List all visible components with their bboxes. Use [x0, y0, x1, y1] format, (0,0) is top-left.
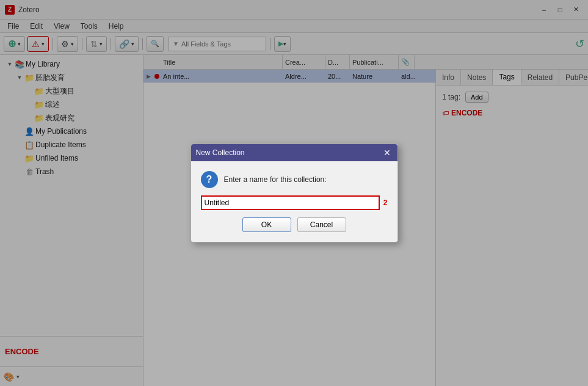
- modal-ok-button[interactable]: OK: [242, 217, 291, 232]
- modal-body: ? Enter a name for this collection: 2 OK…: [191, 161, 397, 242]
- modal-title: New Collection: [196, 148, 245, 157]
- modal-prompt-row: ? Enter a name for this collection:: [201, 171, 388, 188]
- modal-input-num: 2: [382, 198, 388, 207]
- modal-overlay: New Collection ✕ ? Enter a name for this…: [0, 0, 588, 386]
- modal-prompt-text: Enter a name for this collection:: [224, 175, 327, 184]
- modal-question-icon: ?: [201, 171, 218, 188]
- modal-titlebar: New Collection ✕: [191, 144, 397, 161]
- modal-close-button[interactable]: ✕: [382, 147, 393, 158]
- modal-buttons: OK Cancel: [201, 217, 388, 232]
- modal-input-row: 2: [201, 195, 388, 210]
- collection-name-input[interactable]: [201, 195, 380, 210]
- new-collection-modal: New Collection ✕ ? Enter a name for this…: [191, 144, 398, 242]
- modal-cancel-button[interactable]: Cancel: [297, 217, 346, 232]
